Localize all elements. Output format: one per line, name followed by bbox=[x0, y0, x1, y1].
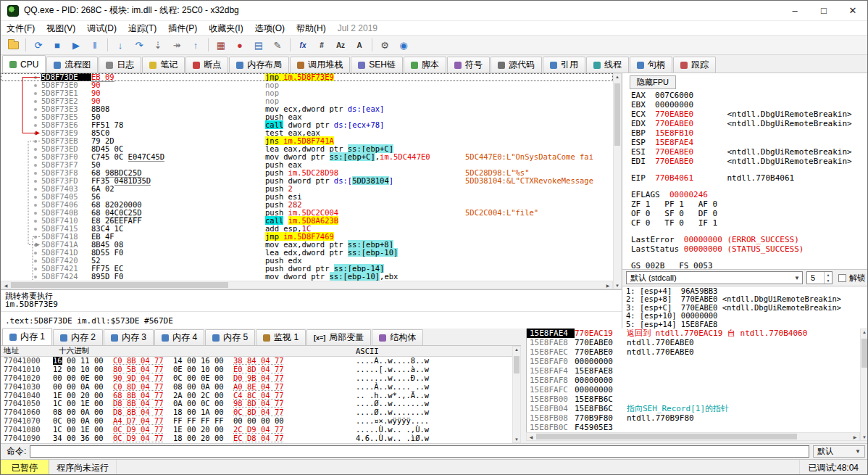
register-line[interactable]: ECX 770EABE0 <ntdll.DbgUiRemoteBreakin> bbox=[622, 110, 868, 119]
tab-dump-2[interactable]: 内存 2 bbox=[53, 329, 103, 345]
maximize-button[interactable]: □ bbox=[809, 1, 838, 20]
restart-icon[interactable]: ⟳ bbox=[30, 37, 47, 53]
tab-trace[interactable]: 跟踪 bbox=[673, 57, 716, 73]
disassembly-hscrollbar[interactable]: ◀ ▶ bbox=[1, 281, 613, 289]
dump-row[interactable]: 7704101012 00 10 0080 5B 04 770E 00 10 0… bbox=[1, 365, 512, 374]
stack-row[interactable]: 15E8FB0415E8FB6C指向SEH_Record[1]的指针 bbox=[527, 404, 860, 413]
stack-hscrollbar[interactable]: ◀ ▶ bbox=[526, 432, 860, 441]
register-line[interactable]: EFLAGS 00000246 bbox=[622, 190, 868, 199]
stack-row[interactable]: 15E8FAEC770EABE0ntdll.770EABE0 bbox=[527, 347, 860, 357]
scroll-down-arrow[interactable]: ▼ bbox=[513, 437, 520, 442]
tab-dump-1[interactable]: 内存 1 bbox=[2, 328, 52, 345]
font-icon[interactable]: A bbox=[351, 37, 368, 53]
register-line[interactable]: EAX 007C6000 bbox=[622, 91, 868, 100]
run-to-return-icon[interactable]: ↑ bbox=[187, 37, 204, 53]
tab-cpu[interactable]: CPU bbox=[2, 55, 46, 73]
register-line[interactable]: CF 0 TF 0 IF 1 bbox=[622, 218, 868, 228]
tab-references[interactable]: 引用 bbox=[543, 57, 585, 73]
register-line[interactable]: ZF 1 PF 1 AF 0 bbox=[622, 199, 868, 209]
unlock-checkbox[interactable] bbox=[838, 274, 846, 282]
menu-item-1[interactable]: 视图(V) bbox=[41, 21, 81, 36]
scroll-up-arrow[interactable]: ▲ bbox=[861, 330, 868, 334]
tab-symbols[interactable]: 符号 bbox=[447, 57, 490, 73]
scroll-right-arrow[interactable]: ▶ bbox=[851, 434, 859, 439]
scroll-left-arrow[interactable]: ◀ bbox=[2, 283, 9, 288]
stepper-arrows[interactable]: ▲▼ bbox=[824, 272, 832, 284]
menu-item-4[interactable]: 插件(P) bbox=[162, 21, 203, 36]
dump-row[interactable]: 7704109034 00 36 000C D9 04 7718 00 20 0… bbox=[1, 434, 512, 443]
registers-panel[interactable]: 隐藏FPU EAX 007C6000EBX 00000000ECX 770EAB… bbox=[622, 73, 868, 269]
tab-watch-1[interactable]: 监视 1 bbox=[256, 329, 306, 345]
scroll-left-arrow[interactable]: ◀ bbox=[527, 434, 535, 439]
tab-notes[interactable]: 笔记 bbox=[142, 57, 185, 73]
tab-memory-map[interactable]: 内存布局 bbox=[229, 57, 289, 73]
menu-item-0[interactable]: 文件(F) bbox=[1, 21, 41, 36]
trace-into-icon[interactable]: ⇣ bbox=[149, 37, 167, 53]
scroll-thumb[interactable] bbox=[614, 83, 620, 146]
strings-icon[interactable]: Az bbox=[332, 37, 349, 53]
scroll-up-arrow[interactable]: ▲ bbox=[614, 75, 621, 79]
register-line[interactable]: EBP 15E8FB10 bbox=[622, 128, 868, 138]
search-icon[interactable]: ◉ bbox=[395, 37, 412, 53]
menu-item-7[interactable]: 帮助(H) bbox=[291, 21, 332, 36]
stack-row[interactable]: 15E8FAFC00000000 bbox=[527, 385, 860, 395]
stack-row[interactable]: 15E8FAF000000000 bbox=[527, 357, 860, 366]
register-line[interactable]: LastStatus 00000000 (STATUS_SUCCESS) bbox=[622, 244, 868, 254]
stack-panel[interactable]: 15E8FAE4770EAC19返回到 ntdll.770EAC19 自 ntd… bbox=[526, 329, 860, 432]
stack-argument-row[interactable]: 5: [esp+14] 15E8FAE8 bbox=[626, 321, 868, 329]
register-line[interactable]: EDI 770EABE0 <ntdll.DbgUiRemoteBreakin> bbox=[622, 157, 868, 166]
menu-item-3[interactable]: 追踪(T) bbox=[122, 21, 162, 36]
register-line[interactable]: EDX 770EABE0 <ntdll.DbgUiRemoteBreakin> bbox=[622, 119, 868, 128]
step-over-icon[interactable]: ↷ bbox=[130, 37, 148, 53]
run-icon[interactable]: ▶ bbox=[67, 37, 85, 53]
stack-row[interactable]: 15E8FB0015E8FB6C bbox=[527, 395, 860, 404]
pause-icon[interactable]: ‖ bbox=[86, 37, 104, 53]
command-input[interactable] bbox=[30, 445, 809, 458]
stack-row[interactable]: 15E8FB08770B9F80ntdll.770B9F80 bbox=[527, 413, 860, 423]
scroll-right-arrow[interactable]: ▶ bbox=[604, 283, 612, 288]
close-button[interactable]: ✕ bbox=[838, 1, 867, 20]
stack-argument-row[interactable]: 4: [esp+10] 00000000 bbox=[626, 312, 868, 320]
scroll-up-arrow[interactable]: ▲ bbox=[513, 347, 520, 352]
menu-item-6[interactable]: 选项(O) bbox=[249, 21, 291, 36]
memory-dump-panel[interactable]: 7704100016 00 11 00C0 8B 04 7714 00 16 0… bbox=[1, 357, 512, 443]
minimize-button[interactable]: – bbox=[780, 1, 809, 20]
hide-fpu-button[interactable]: 隐藏FPU bbox=[630, 75, 676, 89]
register-line[interactable]: EBX 00000000 bbox=[622, 100, 868, 110]
register-line[interactable]: GS 002B FS 0053 bbox=[622, 261, 868, 269]
calling-convention-select[interactable]: 默认 (stdcall) ▼ bbox=[626, 271, 803, 284]
scroll-thumb[interactable] bbox=[514, 356, 519, 373]
stack-row[interactable]: 15E8FB0CF45905E3 bbox=[527, 423, 860, 432]
menu-item-2[interactable]: 调试(D) bbox=[81, 21, 122, 36]
fx-icon[interactable]: fx bbox=[294, 37, 312, 53]
tab-source[interactable]: 源代码 bbox=[491, 57, 542, 73]
tab-call-stack[interactable]: 调用堆栈 bbox=[290, 57, 350, 73]
tab-graph[interactable]: 流程图 bbox=[46, 57, 98, 73]
register-line[interactable]: LastError 00000000 (ERROR_SUCCESS) bbox=[622, 235, 868, 244]
tab-script[interactable]: 脚本 bbox=[404, 57, 446, 73]
argument-count-stepper[interactable]: 5 ▲▼ bbox=[806, 271, 832, 284]
patches-icon[interactable]: ▦ bbox=[212, 37, 230, 53]
disasm-row[interactable]: 5D8F7424895D F0mov dword ptr ss:[ebp-10]… bbox=[1, 273, 613, 281]
stack-row[interactable]: 15E8FAE8770EABE0ntdll.770EABE0 bbox=[527, 338, 860, 347]
dump-vscrollbar[interactable]: ▲ ▼ bbox=[512, 346, 521, 443]
tab-locals[interactable]: [x=]局部变量 bbox=[306, 329, 371, 345]
dump-row[interactable]: 7704103000 00 0A 00C0 8D 04 7708 00 0A 0… bbox=[1, 383, 512, 392]
register-line[interactable]: ESI 770EABE0 <ntdll.DbgUiRemoteBreakin> bbox=[622, 147, 868, 157]
stack-row[interactable]: 15E8FAF800000000 bbox=[527, 376, 860, 385]
tab-dump-5[interactable]: 内存 5 bbox=[205, 329, 255, 345]
register-line[interactable]: ESP 15E8FAE4 bbox=[622, 138, 868, 147]
scroll-down-arrow[interactable]: ▼ bbox=[614, 284, 621, 288]
register-line[interactable]: EIP 770B4061 ntdll.770B4061 bbox=[622, 173, 868, 183]
tab-struct[interactable]: 结构体 bbox=[372, 329, 423, 345]
tab-breakpoints[interactable]: 断点 bbox=[185, 57, 228, 73]
disassembly-vscrollbar[interactable]: ▲ ▼ bbox=[613, 73, 622, 289]
memory-map-icon[interactable]: ▤ bbox=[250, 37, 267, 53]
hash-icon[interactable]: # bbox=[313, 37, 330, 53]
trace-over-icon[interactable]: ↠ bbox=[168, 37, 185, 53]
command-profile-select[interactable]: 默认 ▼ bbox=[813, 445, 865, 458]
tab-handles[interactable]: 句柄 bbox=[630, 57, 672, 73]
tab-log[interactable]: 日志 bbox=[99, 57, 141, 73]
tab-seh[interactable]: SEH链 bbox=[351, 57, 403, 73]
tab-threads[interactable]: 线程 bbox=[586, 57, 629, 73]
